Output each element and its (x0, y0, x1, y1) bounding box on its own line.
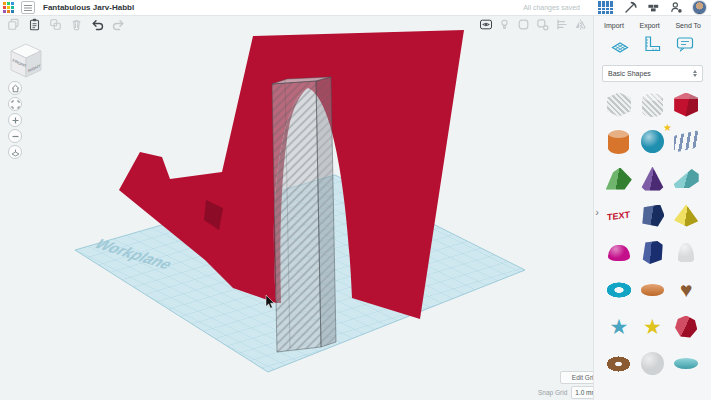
shape-paraboloid[interactable] (671, 240, 701, 265)
shapes-panel: Import Export Send To Basic Shape (593, 15, 711, 400)
cylinder-hole-thumbnail (642, 93, 663, 117)
object-toolbar (478, 17, 588, 32)
panel-tools (594, 32, 711, 63)
shapes-grid: TEXT (594, 88, 711, 380)
undo-button[interactable] (90, 17, 105, 32)
box-hole-thumbnail (607, 93, 631, 117)
export-button[interactable]: Export (640, 22, 660, 29)
prism-thumbnail (641, 241, 663, 264)
zoom-out-button[interactable] (8, 129, 22, 143)
lens-thumbnail (674, 358, 698, 369)
notes-tool-icon[interactable] (675, 34, 695, 58)
ruler-tool-icon[interactable] (642, 34, 662, 58)
roof-thumbnail (606, 168, 632, 190)
tube-thumbnail (607, 356, 630, 372)
shape-tube[interactable] (604, 351, 634, 376)
shape-prism[interactable] (637, 240, 667, 265)
scribble-thumbnail (674, 130, 698, 152)
shape-pyramid[interactable] (671, 203, 701, 228)
duplicate-button[interactable] (48, 17, 63, 32)
shape-icosahedron[interactable] (671, 314, 701, 339)
align-button[interactable] (554, 17, 569, 32)
shape-heart[interactable] (671, 277, 701, 302)
home-view-button[interactable] (8, 81, 22, 95)
text-thumbnail: TEXT (607, 209, 630, 222)
hole-box-shape[interactable] (272, 77, 336, 352)
shape-cylinder-hole[interactable] (637, 92, 667, 117)
shape-sphere-gray[interactable] (637, 351, 667, 376)
tinkercad-app: Workplane Fantabulous Jarv-Habbl (0, 0, 711, 400)
account-settings-icon[interactable] (669, 0, 684, 15)
panel-actions: Import Export Send To (594, 15, 711, 32)
tinkercad-logo-icon[interactable] (3, 2, 14, 13)
star-thumbnail (640, 316, 664, 338)
paraboloid-thumbnail (678, 243, 694, 262)
snap-grid-label: Snap Grid (538, 389, 567, 396)
box-thumbnail (674, 93, 698, 117)
zoom-in-button[interactable] (8, 113, 22, 127)
shape-scribble[interactable] (671, 129, 701, 154)
paste-button[interactable] (27, 17, 42, 32)
copy-button[interactable] (6, 17, 21, 32)
shape-star-4point[interactable] (604, 314, 634, 339)
perspective-toggle-button[interactable] (8, 145, 22, 159)
shape-box-hole[interactable] (604, 92, 634, 117)
group-button[interactable] (516, 17, 531, 32)
shape-sphere[interactable] (637, 129, 667, 154)
view-controls (8, 81, 22, 159)
half-sphere-thumbnail (608, 245, 630, 261)
3d-viewport[interactable]: Workplane (0, 14, 594, 400)
wedge-thumbnail (674, 169, 699, 188)
flip-mirror-button[interactable] (573, 17, 588, 32)
shape-wedge[interactable] (671, 166, 701, 191)
shape-polygon[interactable] (637, 203, 667, 228)
shape-box[interactable] (671, 92, 701, 117)
sphere-thumbnail (641, 130, 664, 153)
polygon-thumbnail (640, 205, 664, 227)
cone-thumbnail (641, 167, 664, 191)
pickaxe-icon[interactable] (623, 0, 638, 15)
cylinder-thumbnail (608, 130, 629, 154)
shape-half-sphere[interactable] (604, 240, 634, 265)
workplane-tool-icon[interactable] (610, 34, 630, 58)
ungroup-button[interactable] (535, 17, 550, 32)
dashboard-tiles-button[interactable] (596, 0, 615, 16)
design-title: Fantabulous Jarv-Habbl (43, 3, 134, 12)
user-avatar[interactable] (692, 0, 707, 15)
torus-thumbnail (607, 282, 631, 298)
autosave-status: All changes saved (523, 4, 580, 11)
shape-torus[interactable] (604, 277, 634, 302)
delete-button[interactable] (69, 17, 84, 32)
shape-lens[interactable] (671, 351, 701, 376)
shape-star[interactable] (637, 314, 667, 339)
show-all-eye-button[interactable] (478, 17, 493, 32)
torus-thin-thumbnail (641, 284, 664, 296)
redo-button[interactable] (111, 17, 126, 32)
edit-toolbar (6, 17, 126, 32)
design-menu-icon[interactable] (21, 1, 35, 14)
pyramid-thumbnail (674, 205, 698, 227)
panel-collapse-arrow[interactable]: › (592, 202, 602, 222)
shape-cylinder[interactable] (604, 129, 634, 154)
select-updown-icon (693, 70, 697, 77)
star-4point-thumbnail (607, 316, 631, 338)
send-to-button[interactable]: Send To (675, 22, 701, 29)
import-button[interactable]: Import (604, 22, 624, 29)
shape-category-select[interactable]: Basic Shapes (602, 65, 703, 82)
header: Fantabulous Jarv-Habbl All changes saved (0, 0, 711, 16)
shape-torus-thin[interactable] (637, 277, 667, 302)
shape-cone[interactable] (637, 166, 667, 191)
shape-text[interactable]: TEXT (604, 203, 634, 228)
heart-thumbnail (674, 279, 698, 301)
viewcube[interactable]: FRONT RIGHT (8, 42, 44, 86)
icosahedron-thumbnail (675, 316, 697, 338)
shape-roof[interactable] (604, 166, 634, 191)
sphere-gray-thumbnail (641, 352, 664, 375)
shape-category-value: Basic Shapes (608, 70, 651, 77)
lightbulb-button[interactable] (497, 17, 512, 32)
fit-view-button[interactable] (8, 97, 22, 111)
bricks-icon[interactable] (646, 0, 661, 15)
